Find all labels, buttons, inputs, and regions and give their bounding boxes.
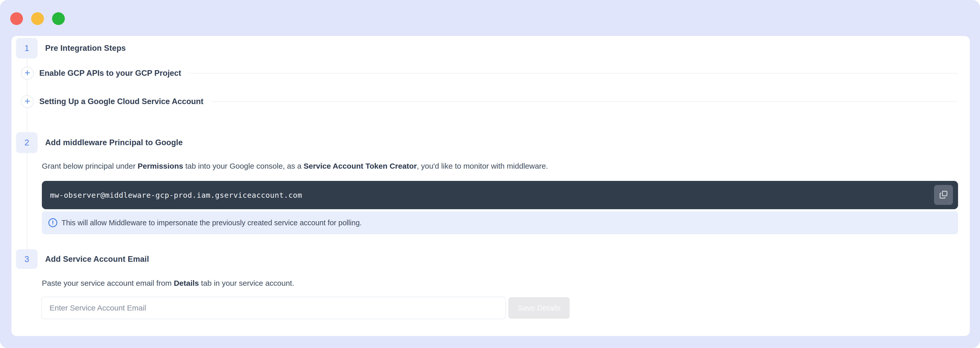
plus-expand-icon[interactable]: + bbox=[21, 95, 34, 108]
window-titlebar bbox=[0, 0, 980, 36]
step-2-header: 2 Add middleware Principal to Google bbox=[16, 132, 183, 153]
divider bbox=[189, 73, 958, 73]
integration-window: 1 Pre Integration Steps + Enable GCP API… bbox=[0, 0, 980, 348]
divider bbox=[211, 101, 958, 102]
step-2-title: Add middleware Principal to Google bbox=[45, 138, 183, 147]
integration-steps-card: 1 Pre Integration Steps + Enable GCP API… bbox=[11, 36, 970, 336]
plus-expand-icon[interactable]: + bbox=[21, 67, 34, 79]
principal-email-code-block: mw-observer@middleware-gcp-prod.iam.gser… bbox=[42, 181, 958, 209]
sub-item-enable-gcp-apis[interactable]: + Enable GCP APIs to your GCP Project bbox=[21, 67, 958, 79]
save-details-button[interactable]: Save Details bbox=[508, 297, 570, 319]
sub-item-title: Setting Up a Google Cloud Service Accoun… bbox=[39, 97, 204, 106]
sub-item-setup-service-account[interactable]: + Setting Up a Google Cloud Service Acco… bbox=[21, 95, 958, 108]
principal-email-text: mw-observer@middleware-gcp-prod.iam.gser… bbox=[50, 191, 302, 200]
copy-button[interactable] bbox=[934, 185, 953, 205]
step-2-badge: 2 bbox=[16, 132, 38, 153]
sub-item-title: Enable GCP APIs to your GCP Project bbox=[39, 68, 181, 78]
zoom-window-button[interactable] bbox=[52, 12, 65, 25]
step-3-header: 3 Add Service Account Email bbox=[16, 249, 149, 269]
info-banner-text: This will allow Middleware to impersonat… bbox=[62, 219, 362, 227]
step-connector-line bbox=[27, 59, 27, 249]
minimize-window-button[interactable] bbox=[31, 12, 44, 25]
copy-icon bbox=[939, 190, 948, 200]
close-window-button[interactable] bbox=[10, 12, 23, 25]
step-1-badge: 1 bbox=[16, 38, 38, 59]
step-1-title: Pre Integration Steps bbox=[45, 44, 126, 53]
info-circle-icon bbox=[48, 218, 58, 227]
step-1-header: 1 Pre Integration Steps bbox=[16, 38, 126, 59]
step-3-title: Add Service Account Email bbox=[45, 254, 149, 264]
step-3-badge: 3 bbox=[16, 249, 38, 269]
step-2-description: Grant below principal under Permissions … bbox=[42, 160, 548, 172]
info-banner: This will allow Middleware to impersonat… bbox=[42, 211, 958, 234]
step-3-description: Paste your service account email from De… bbox=[42, 278, 294, 289]
service-account-email-input[interactable] bbox=[41, 297, 506, 319]
